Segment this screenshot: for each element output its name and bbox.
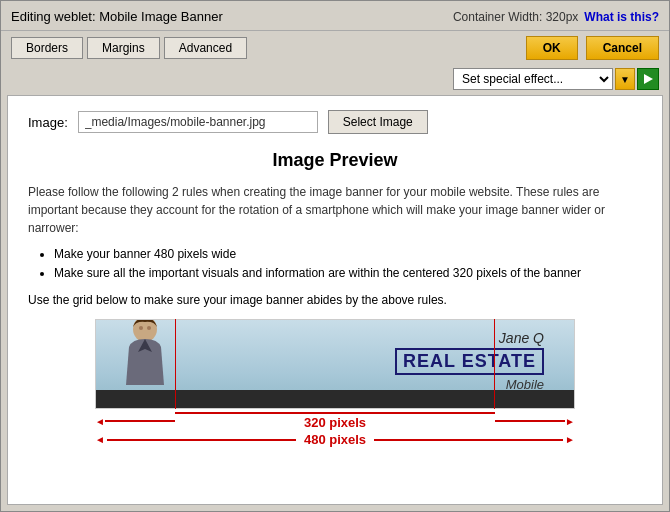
tab-advanced[interactable]: Advanced — [164, 37, 247, 59]
image-row: Image: _media/Images/mobile-banner.jpg S… — [28, 110, 642, 134]
preview-description: Please follow the following 2 rules when… — [28, 183, 642, 237]
preview-title: Image Preview — [28, 150, 642, 171]
special-effect-arrow-btn[interactable]: ▼ — [615, 68, 635, 90]
image-path-input[interactable]: _media/Images/mobile-banner.jpg — [78, 111, 318, 133]
left-arrow-320: ◄ — [95, 416, 105, 427]
banner-name: Jane Q — [395, 330, 544, 346]
red-left-line — [175, 319, 176, 409]
banner-image: Jane Q REAL ESTATE Mobile — [95, 319, 575, 409]
label-320: 320 pixels — [304, 415, 366, 430]
line-480 — [107, 439, 296, 441]
select-image-button[interactable]: Select Image — [328, 110, 428, 134]
special-effect-row: Set special effect... ▼ — [1, 65, 669, 95]
main-content: Image: _media/Images/mobile-banner.jpg S… — [7, 95, 663, 505]
line-left-320 — [105, 420, 175, 422]
cancel-button[interactable]: Cancel — [586, 36, 659, 60]
ok-button[interactable]: OK — [526, 36, 578, 60]
ok-cancel-row: Borders Margins Advanced OK Cancel — [1, 31, 669, 65]
action-buttons: OK Cancel — [526, 36, 659, 60]
left-arrow-480: ◄ — [95, 434, 105, 445]
special-effect-go-btn[interactable] — [637, 68, 659, 90]
banner-text-area: Jane Q REAL ESTATE Mobile — [395, 330, 544, 392]
person-overlay — [114, 319, 176, 392]
window-title: Editing weblet: Mobile Image Banner — [11, 9, 223, 24]
rule-item-1: Make your banner 480 pixels wide — [54, 245, 642, 264]
measure-320-row: ◄ 320 pixels ► — [95, 412, 575, 430]
what-is-this-link[interactable]: What is this? — [584, 10, 659, 24]
right-arrow-320: ► — [565, 416, 575, 427]
tab-buttons: Borders Margins Advanced — [11, 37, 247, 59]
banner-dark-bar — [96, 390, 574, 408]
right-arrow-480: ► — [565, 434, 575, 445]
label-480: 480 pixels — [298, 432, 372, 447]
banner-mobile: Mobile — [395, 377, 544, 392]
title-bar-right: Container Width: 320px What is this? — [453, 10, 659, 24]
line-480-right — [374, 439, 563, 441]
banner-realestate: REAL ESTATE — [395, 348, 544, 375]
rule-item-2: Make sure all the important visuals and … — [54, 264, 642, 283]
image-label: Image: — [28, 115, 68, 130]
measure-480-row: ◄ 480 pixels ► — [95, 432, 575, 447]
person-svg-2 — [114, 319, 176, 389]
container-width-label: Container Width: 320px — [453, 10, 578, 24]
svg-point-6 — [147, 326, 151, 330]
outer-window: Editing weblet: Mobile Image Banner Cont… — [0, 0, 670, 512]
svg-point-5 — [139, 326, 143, 330]
grid-note: Use the grid below to make sure your ima… — [28, 293, 642, 307]
red-right-line — [494, 319, 495, 409]
line-right-320 — [495, 420, 565, 422]
special-effect-select[interactable]: Set special effect... — [453, 68, 613, 90]
rules-list: Make your banner 480 pixels wide Make su… — [54, 245, 642, 283]
svg-marker-0 — [644, 74, 653, 84]
title-bar: Editing weblet: Mobile Image Banner Cont… — [1, 1, 669, 31]
tab-margins[interactable]: Margins — [87, 37, 160, 59]
line-320 — [175, 412, 495, 414]
tab-borders[interactable]: Borders — [11, 37, 83, 59]
